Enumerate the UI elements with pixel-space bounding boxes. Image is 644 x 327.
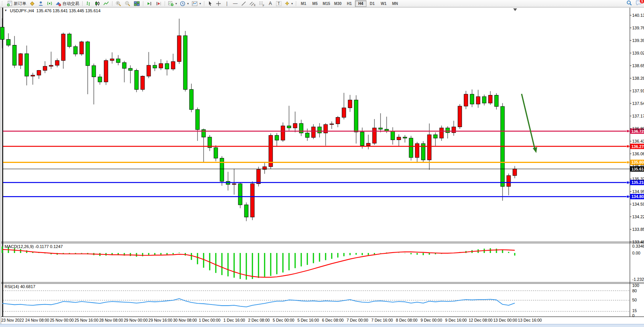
gold-diamond-icon[interactable] <box>28 0 37 6</box>
window-menu-icon[interactable]: ▼ <box>4 9 7 12</box>
new-order-button[interactable]: 新订单 <box>5 0 28 6</box>
rsi-scale-label: 80 <box>632 288 637 293</box>
candle <box>37 70 41 75</box>
candle <box>98 77 102 82</box>
bar-chart-icon[interactable] <box>84 0 93 6</box>
timeframe-button-h4[interactable]: H4 <box>355 0 366 7</box>
chart-shift-icon[interactable] <box>154 0 163 6</box>
search-icon[interactable] <box>626 0 633 7</box>
candle <box>141 76 145 90</box>
timeframe-button-d1[interactable]: D1 <box>366 0 378 7</box>
candle <box>232 184 236 184</box>
timeframe-button-m1[interactable]: M1 <box>298 0 309 7</box>
candle <box>373 128 376 143</box>
candle <box>214 148 218 158</box>
candle <box>452 127 456 133</box>
candle <box>196 110 199 130</box>
arrows-dropdown[interactable]: ▾ <box>283 0 294 6</box>
timeframe-button-m5[interactable]: M5 <box>309 0 321 7</box>
candle <box>403 137 407 138</box>
time-axis-label: 9 Dec 16:00 <box>445 318 467 322</box>
fibonacci-icon[interactable]: F <box>257 0 266 6</box>
rsi-scale-label: 100 <box>632 283 639 288</box>
price-tick-label: 138.650 <box>632 63 644 68</box>
separator <box>82 1 83 6</box>
chevron-down-icon: ▾ <box>175 2 177 5</box>
zoom-in-icon[interactable] <box>114 0 123 6</box>
timeframe-button-w1[interactable]: W1 <box>378 0 389 7</box>
chevron-down-icon: ▾ <box>291 2 293 5</box>
candle <box>312 127 315 138</box>
time-axis-label: 7 Dec 16:00 <box>371 318 393 322</box>
chart-title: USDJPY-,H4 135.476 135.641 135.445 135.6… <box>10 8 101 13</box>
timeframe-button-m30[interactable]: M30 <box>332 0 344 7</box>
auto-trading-icon <box>56 1 61 6</box>
time-axis-label: 1 Dec 00:00 <box>199 318 220 322</box>
candle <box>293 124 297 128</box>
svg-text:F: F <box>263 4 264 6</box>
candle <box>31 75 35 76</box>
candle <box>397 137 401 140</box>
candlestick-chart-icon[interactable] <box>93 0 102 6</box>
separator <box>143 1 143 6</box>
trendline-icon[interactable] <box>239 0 248 6</box>
candle <box>55 61 59 65</box>
time-axis-label: 30 Nov 08:00 <box>173 318 197 322</box>
tile-windows-icon[interactable] <box>132 0 141 6</box>
candle <box>238 184 242 205</box>
signals-icon[interactable] <box>45 0 54 6</box>
candle <box>19 54 22 65</box>
text-label-icon[interactable]: T <box>275 0 283 6</box>
templates-dropdown[interactable]: ▾ <box>190 0 202 6</box>
timeframe-button-h1[interactable]: H1 <box>344 0 355 7</box>
zoom-out-icon[interactable] <box>123 0 132 6</box>
price-tick-label: 134.950 <box>632 189 644 194</box>
timeframe-button-mn[interactable]: MN <box>389 0 401 7</box>
new-chart-dropdown[interactable]: ▾ <box>167 0 178 6</box>
time-axis-label: 9 Dec 00:00 <box>421 318 442 322</box>
candle <box>513 169 517 176</box>
price-tick-label: 137.910 <box>632 89 644 93</box>
time-axis-label: 28 Nov 08:00 <box>99 318 123 322</box>
notifications-button[interactable]: 1 <box>636 0 642 7</box>
price-tick-label: 137.540 <box>632 101 644 106</box>
time-axis-label: 12 Dec 08:00 <box>469 318 493 322</box>
candle <box>482 97 486 103</box>
price-tick-label: 134.590 <box>632 202 644 206</box>
time-axis-label: 2 Dec 08:00 <box>248 318 270 322</box>
vertical-line-icon[interactable]: | <box>223 0 231 6</box>
price-tick-label: 137.170 <box>632 114 644 118</box>
periods-clock-dropdown[interactable]: ▾ <box>178 0 190 6</box>
auto-scroll-icon[interactable] <box>145 0 154 6</box>
chart-canvas[interactable]: 136.725136.278135.808135.614135.216134.8… <box>0 0 644 327</box>
candle <box>6 39 10 45</box>
candle <box>488 95 492 103</box>
price-tick-label: 139.390 <box>632 38 644 43</box>
time-axis-label: 24 Nov 08:00 <box>25 318 49 322</box>
time-axis-label: 5 Dec 16:00 <box>297 318 319 322</box>
candle <box>342 108 346 118</box>
price-tick-label: 136.060 <box>632 151 644 156</box>
price-line-badge-label: 136.278 <box>631 144 644 149</box>
candle <box>348 100 352 108</box>
cursor-icon[interactable] <box>206 0 214 6</box>
price-tick-label: 133.850 <box>632 227 644 232</box>
separator <box>165 1 165 6</box>
price-line-badge-label: 134.802 <box>631 194 644 199</box>
text-tool-icon[interactable]: A <box>266 0 275 6</box>
candle <box>177 36 181 62</box>
new-order-label: 新订单 <box>14 1 26 6</box>
candle <box>165 64 169 69</box>
horizontal-line-icon[interactable]: — <box>231 0 239 6</box>
time-axis-label: 8 Dec 08:00 <box>396 318 418 322</box>
time-axis-label: 7 Dec 00:00 <box>347 318 368 322</box>
equidistant-channel-icon[interactable]: E <box>248 0 257 6</box>
candle <box>305 133 309 138</box>
auto-trading-button[interactable]: 自动交易 <box>54 0 81 6</box>
crosshair-icon[interactable] <box>214 0 223 6</box>
timeframe-button-m15[interactable]: M15 <box>321 0 332 7</box>
line-chart-icon[interactable] <box>102 0 111 6</box>
user-icon[interactable] <box>37 0 45 6</box>
candle <box>67 34 71 47</box>
chart-background <box>1 7 644 324</box>
